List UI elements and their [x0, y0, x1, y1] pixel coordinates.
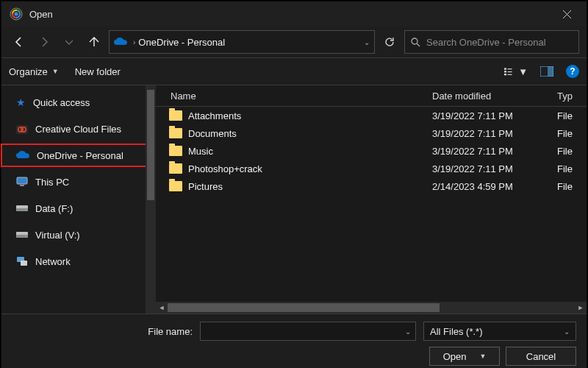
file-name: Photoshop+crack	[188, 163, 432, 174]
nav-row: › OneDrive - Personal ⌄ Search OneDrive …	[1, 26, 587, 57]
column-header-row: Name Date modified Typ	[156, 85, 587, 107]
toolbar: Organize▼ New folder ▼ ?	[1, 57, 587, 85]
column-type[interactable]: Typ	[557, 91, 587, 102]
breadcrumb-location: OneDrive - Personal	[138, 37, 225, 48]
file-row[interactable]: Attachments3/19/2022 7:11 PMFile	[156, 107, 587, 124]
app-icon	[9, 7, 24, 21]
folder-icon	[169, 110, 182, 121]
svg-rect-12	[508, 74, 512, 75]
sidebar-item-onedrive[interactable]: OneDrive - Personal	[1, 144, 156, 166]
file-date: 3/19/2022 7:11 PM	[432, 128, 557, 139]
organize-button[interactable]: Organize▼	[9, 66, 59, 77]
svg-rect-28	[21, 261, 27, 266]
help-button[interactable]: ?	[566, 65, 579, 78]
filename-input[interactable]: ⌄	[200, 322, 416, 341]
sidebar-item-creativecloud[interactable]: Creative Cloud Files	[1, 118, 156, 140]
preview-pane-button[interactable]	[535, 63, 559, 80]
svg-rect-9	[504, 74, 506, 75]
sidebar-item-dataf[interactable]: Data (F:)	[1, 197, 156, 219]
star-icon: ★	[16, 96, 26, 108]
svg-rect-14	[548, 66, 553, 77]
folder-icon	[169, 181, 182, 191]
file-type: File	[557, 146, 587, 157]
refresh-button[interactable]	[379, 32, 400, 52]
file-name: Music	[188, 146, 432, 157]
breadcrumb[interactable]: › OneDrive - Personal ⌄	[109, 30, 375, 54]
file-date: 3/19/2022 7:11 PM	[432, 146, 557, 157]
titlebar: Open	[1, 1, 587, 26]
sidebar: ★ Quick access Creative Cloud Files OneD…	[1, 85, 156, 314]
file-row[interactable]: Music3/19/2022 7:11 PMFile	[156, 142, 587, 160]
file-date: 3/19/2022 7:11 PM	[432, 163, 557, 174]
file-type: File	[557, 128, 587, 139]
file-row[interactable]: Photoshop+crack3/19/2022 7:11 PMFile	[156, 160, 587, 177]
svg-point-26	[25, 236, 26, 237]
chevron-down-icon[interactable]: ⌄	[364, 38, 370, 46]
file-pane: Name Date modified Typ Attachments3/19/2…	[156, 85, 587, 314]
pc-icon	[16, 177, 28, 187]
scroll-right-icon[interactable]: ►	[575, 302, 587, 314]
svg-point-5	[15, 13, 18, 16]
back-button[interactable]	[9, 32, 29, 52]
forward-button[interactable]	[34, 32, 54, 52]
creativecloud-icon	[16, 124, 28, 134]
file-row[interactable]: Pictures2/14/2023 4:59 PMFile	[156, 177, 587, 195]
body: ★ Quick access Creative Cloud Files OneD…	[1, 85, 587, 314]
drive-icon	[16, 230, 28, 239]
onedrive-icon	[16, 151, 29, 160]
sidebar-item-virtualv[interactable]: Virtual (V:)	[1, 224, 156, 246]
svg-rect-18	[17, 177, 27, 184]
folder-icon	[169, 146, 182, 156]
recent-locations-icon[interactable]	[59, 32, 79, 52]
network-icon	[16, 256, 28, 266]
file-type: File	[557, 110, 587, 121]
newfolder-button[interactable]: New folder	[75, 66, 121, 77]
chevron-down-icon: ▼	[479, 353, 486, 360]
file-name: Pictures	[188, 181, 432, 192]
open-dialog: Open › OneDrive - Personal ⌄ Search OneD…	[1, 1, 587, 367]
filetype-select[interactable]: All Files (*.*)⌄	[423, 322, 576, 341]
chevron-down-icon: ▼	[52, 68, 59, 75]
svg-rect-7	[504, 68, 506, 69]
scroll-left-icon[interactable]: ◄	[156, 302, 168, 314]
horizontal-scrollbar[interactable]: ◄ ►	[156, 302, 587, 314]
search-input[interactable]: Search OneDrive - Personal	[404, 30, 579, 54]
column-date[interactable]: Date modified	[432, 91, 557, 102]
close-icon[interactable]	[550, 1, 584, 26]
sidebar-item-quickaccess[interactable]: ★ Quick access	[1, 91, 156, 113]
search-placeholder: Search OneDrive - Personal	[426, 37, 546, 48]
file-row[interactable]: Documents3/19/2022 7:11 PMFile	[156, 124, 587, 142]
chevron-right-icon: ›	[133, 38, 135, 46]
svg-point-23	[25, 209, 26, 210]
file-type: File	[557, 163, 587, 174]
folder-icon	[169, 163, 182, 174]
up-button[interactable]	[84, 32, 104, 52]
svg-point-6	[412, 38, 417, 44]
folder-icon	[169, 128, 182, 138]
file-date: 3/19/2022 7:11 PM	[432, 110, 557, 121]
sidebar-item-thispc[interactable]: This PC	[1, 171, 156, 193]
search-icon	[411, 38, 420, 47]
footer: File name: ⌄ All Files (*.*)⌄ Open▼ Canc…	[1, 314, 587, 368]
svg-rect-10	[508, 68, 512, 69]
sidebar-scrollbar[interactable]	[146, 85, 156, 314]
file-type: File	[557, 181, 587, 192]
file-name: Documents	[188, 128, 432, 139]
filename-label: File name:	[148, 326, 193, 337]
drive-icon	[16, 204, 28, 213]
svg-rect-20	[20, 185, 24, 186]
window-title: Open	[29, 9, 53, 20]
sidebar-item-network[interactable]: Network	[1, 250, 156, 272]
onedrive-icon	[114, 37, 127, 47]
chevron-down-icon: ▼	[518, 66, 528, 77]
chevron-down-icon: ⌄	[564, 328, 570, 336]
file-name: Attachments	[188, 110, 432, 121]
svg-rect-11	[508, 71, 512, 72]
open-button[interactable]: Open▼	[429, 347, 500, 366]
cancel-button[interactable]: Cancel	[506, 347, 576, 366]
view-button[interactable]: ▼	[504, 63, 528, 80]
chevron-down-icon[interactable]: ⌄	[405, 328, 411, 336]
svg-rect-8	[504, 71, 506, 72]
file-date: 2/14/2023 4:59 PM	[432, 181, 557, 192]
column-name[interactable]: Name	[165, 91, 432, 102]
